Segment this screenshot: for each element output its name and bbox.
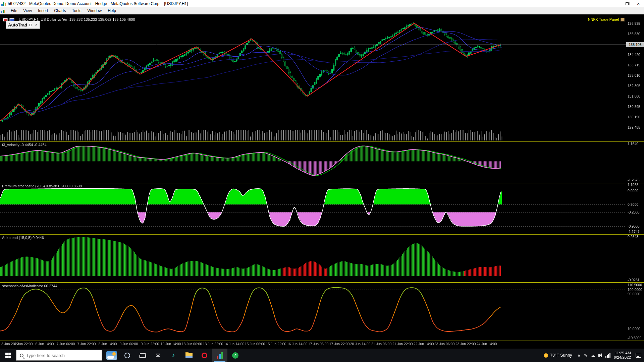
price-axis-label: 134.420 xyxy=(628,53,640,57)
time-axis-label: 6 Jun 14:00 xyxy=(36,342,54,346)
autotrade-panel-title: AutoTrad xyxy=(6,22,28,27)
time-axis-label: 15 Jun 22:00 xyxy=(266,342,286,346)
menu-file[interactable]: File xyxy=(8,7,20,14)
time-axis-label: 7 Jun 06:00 xyxy=(57,342,75,346)
weather-icon[interactable] xyxy=(104,349,119,362)
indicator-axis-label: 1.1640 xyxy=(628,142,638,146)
price-axis-label: 133.010 xyxy=(628,73,640,77)
indicator-axis-label: 10.0000 xyxy=(628,327,640,331)
indicator-label: Premium stochastic (20,5) 0.8538 0.2000 … xyxy=(2,184,82,188)
time-axis-label: 20 Jun 14:00 xyxy=(350,342,371,346)
opera-icon[interactable] xyxy=(197,349,212,362)
price-axis-label: 135.830 xyxy=(628,32,640,36)
indicator-axis-label: 90.0000 xyxy=(628,292,640,296)
cortana-icon[interactable] xyxy=(119,349,135,362)
price-axis-label: 130.895 xyxy=(628,105,640,109)
indicator-axis-label: -1.1747 xyxy=(628,230,640,234)
menu-charts[interactable]: Charts xyxy=(51,7,69,14)
menu-bar: FileViewInsertChartsToolsWindowHelp xyxy=(0,7,644,14)
music-icon[interactable]: ♪ xyxy=(166,349,181,362)
time-axis-label: 9 Jun 22:00 xyxy=(141,342,159,346)
menu-view[interactable]: View xyxy=(20,7,35,14)
start-button[interactable] xyxy=(0,349,16,362)
time-axis-label: 22 Jun 14:00 xyxy=(414,342,434,346)
time-axis-label: 21 Jun 22:00 xyxy=(392,342,413,346)
indicator-axis-label: 110.5000 xyxy=(628,283,642,287)
price-axis-label: 130.190 xyxy=(628,115,640,119)
time-axis-label: 7 Jun 22:00 xyxy=(77,342,96,346)
menu-tools[interactable]: Tools xyxy=(69,7,85,14)
indicator-axis-label: 0.2643 xyxy=(628,235,638,239)
price-axis-label: 133.715 xyxy=(628,63,640,67)
chart-window-icon xyxy=(1,9,6,13)
indicator-axis-label: -1.2375 xyxy=(628,178,640,182)
price-axis-label: 129.485 xyxy=(628,125,640,129)
time-axis-label: 16 Jun 14:00 xyxy=(287,342,308,346)
indicator-axis-label: 0.9000 xyxy=(628,189,638,193)
indicator-label: Adx trend (15,0,5) 0.0446 xyxy=(2,236,44,240)
title-bar: 56727432 - MetaQuotes-Demo: Demo Account… xyxy=(0,0,644,7)
nnfx-trade-panel-label: NNFX Trade Panel xyxy=(588,17,619,21)
volume-icon[interactable] xyxy=(598,354,600,357)
price-axis-label: 131.600 xyxy=(628,94,640,98)
taskbar-search[interactable] xyxy=(16,350,102,361)
menu-window[interactable]: Window xyxy=(85,7,105,14)
bid-price-tag: 135.105 xyxy=(626,42,644,47)
indicator-axis-label: -0.0251 xyxy=(628,278,640,282)
indicator-axis-label: 100.0000 xyxy=(628,288,642,292)
indicator-label: t3_velocity -0.4454 -0.4454 xyxy=(2,143,47,147)
popout-icon[interactable] xyxy=(28,22,33,27)
menu-help[interactable]: Help xyxy=(105,7,119,14)
app-icon xyxy=(1,1,6,6)
autotrade-panel[interactable]: AutoTrad × xyxy=(6,21,40,29)
network-icon[interactable] xyxy=(605,353,610,358)
indicator-label: stochastic-of-rsi-indicator 60.2744 xyxy=(2,284,57,288)
indicator-axis-label: 1.1968 xyxy=(628,183,638,187)
time-axis-label: 23 Jun 06:00 xyxy=(434,342,455,346)
time-axis-label: 10 Jun 14:00 xyxy=(161,342,181,346)
menu-insert[interactable]: Insert xyxy=(35,7,51,14)
tray-overflow-icon[interactable]: ∧ xyxy=(578,353,581,358)
windows-logo-icon xyxy=(5,353,11,358)
nnfx-panel-icon[interactable] xyxy=(621,18,625,21)
file-explorer-icon[interactable] xyxy=(181,349,197,362)
time-axis-label: 21 Jun 06:00 xyxy=(371,342,392,346)
cloud-icon[interactable]: ☁ xyxy=(591,353,595,358)
search-icon xyxy=(20,354,23,357)
indicator-axis-label: -0.9000 xyxy=(628,224,640,228)
pen-icon[interactable]: ✎ xyxy=(584,353,587,358)
price-axis-label: 136.535 xyxy=(628,21,640,25)
weather-widget[interactable]: 78°F Sunny xyxy=(542,353,574,358)
window-title: 56727432 - MetaQuotes-Demo: Demo Account… xyxy=(8,1,188,6)
indicator-axis-label: -10.5000 xyxy=(628,336,641,340)
clock-time: 11:25 AM xyxy=(615,351,631,355)
task-view-icon[interactable] xyxy=(135,349,150,362)
mail-icon[interactable]: ✉ xyxy=(150,349,166,362)
chart-overlay: USDJPY,H1: US Dollar vs Yen 135.232 135.… xyxy=(0,0,644,349)
close-button[interactable]: × xyxy=(633,0,644,7)
indicator-axis-label: -0.2000 xyxy=(628,210,640,214)
time-axis-label: 8 Jun 14:00 xyxy=(99,342,117,346)
price-axis-label: 132.305 xyxy=(628,84,640,88)
time-axis-label: 3 Jun 22:00 xyxy=(14,342,33,346)
metatrader4-icon[interactable]: ↗ xyxy=(227,349,243,362)
time-axis-label: 9 Jun 06:00 xyxy=(120,342,138,346)
time-axis-label: 15 Jun 06:00 xyxy=(245,342,265,346)
close-icon[interactable]: × xyxy=(34,22,39,27)
time-axis-label: 13 Jun 22:00 xyxy=(203,342,223,346)
time-axis-label: 17 Jun 22:00 xyxy=(329,342,350,346)
time-axis-label: 13 Jun 06:00 xyxy=(182,342,202,346)
windows-taskbar: ✉♪↗ 78°F Sunny ∧ ✎ ☁ 11:25 AM 6/24/2022 xyxy=(0,349,644,362)
sun-icon xyxy=(544,353,548,358)
metatrader5-icon[interactable] xyxy=(212,349,227,362)
time-axis-label: 17 Jun 06:00 xyxy=(308,342,329,346)
minimize-button[interactable] xyxy=(610,0,621,7)
indicator-axis-label: 0.2000 xyxy=(628,202,638,206)
clock-date: 6/24/2022 xyxy=(614,355,631,360)
time-axis-label: 24 Jun 14:00 xyxy=(477,342,497,346)
action-center-icon[interactable] xyxy=(636,353,641,358)
weather-text: 78°F Sunny xyxy=(550,353,572,358)
search-input[interactable] xyxy=(26,353,93,358)
clock[interactable]: 11:25 AM 6/24/2022 xyxy=(614,351,631,360)
restore-button[interactable] xyxy=(621,0,633,7)
